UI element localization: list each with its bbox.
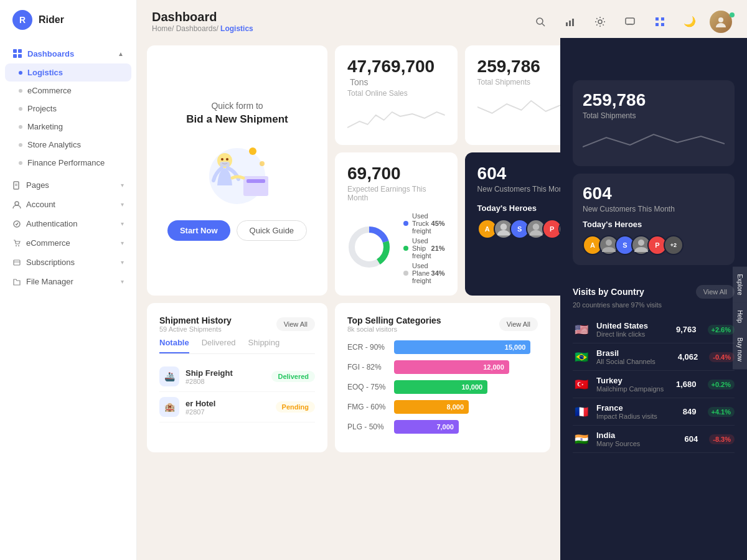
sidebar-item-pages[interactable]: Pages ▾ xyxy=(0,175,136,195)
bar-chart: ECR - 90% 15,000 FGI - 82% 12,000 xyxy=(347,340,538,434)
top-selling-header-left: Top Selling Categories 8k social visitor… xyxy=(347,315,441,333)
ship-icon-0: 🚢 xyxy=(159,366,179,386)
svg-rect-20 xyxy=(655,17,659,21)
dot xyxy=(19,161,22,165)
logo-circle: R xyxy=(12,10,32,30)
quick-guide-button[interactable]: Quick Guide xyxy=(237,220,308,241)
dashboards-header[interactable]: Dashboards ▲ xyxy=(0,44,136,63)
dot xyxy=(19,89,22,93)
dark-stat-number-customers: 604 xyxy=(583,184,725,203)
dark-stat-label-shipments: Total Shipments xyxy=(583,111,725,120)
sidebar-item-subscriptions[interactable]: Subscriptions ▾ xyxy=(0,253,136,272)
svg-point-31 xyxy=(221,158,223,161)
analytics-icon[interactable] xyxy=(560,12,580,32)
top-grid: Quick form to Bid a New Shipment xyxy=(147,45,550,296)
heroes-avatars: A S P xyxy=(477,219,560,239)
country-change-1: -0.4% xyxy=(709,352,735,362)
country-visits-1: 4,062 xyxy=(678,352,698,362)
country-source-4: Many Sources xyxy=(596,440,679,447)
hero-card: Quick form to Bid a New Shipment xyxy=(147,45,327,296)
svg-point-13 xyxy=(537,18,543,24)
ship-name-0: Ship Freight xyxy=(186,368,265,378)
help-button[interactable]: Help xyxy=(733,302,747,330)
svg-rect-19 xyxy=(626,18,634,24)
sidebar-item-account[interactable]: Account ▾ xyxy=(0,195,136,214)
shipment-item-1: 🏨 er Hotel #2807 Pending xyxy=(159,392,315,422)
sidebar-item-marketing[interactable]: Marketing xyxy=(0,118,136,136)
active-dot xyxy=(19,71,22,75)
svg-rect-22 xyxy=(655,23,659,26)
top-selling-view-all-button[interactable]: View All xyxy=(499,317,538,331)
sidebar-item-ecommerce-main[interactable]: eCommerce ▾ xyxy=(0,233,136,253)
stat-number-earnings: 69,700 xyxy=(347,164,401,183)
bar-item-2: EOQ - 75% 10,000 xyxy=(347,380,538,394)
buy-now-button[interactable]: Buy now xyxy=(733,330,747,369)
svg-rect-0 xyxy=(13,49,17,53)
country-flag-1: 🇧🇷 xyxy=(573,350,590,364)
bar-track-4: 7,000 xyxy=(394,420,538,434)
sidebar-item-ecommerce[interactable]: eCommerce xyxy=(0,82,136,100)
country-name-0: United States xyxy=(596,321,670,330)
sidebar-item-store-analytics[interactable]: Store Analytics xyxy=(0,136,136,154)
pages-icon xyxy=(12,181,21,190)
bar-item-1: FGI - 82% 12,000 xyxy=(347,360,538,374)
logo: R Rider xyxy=(0,0,136,40)
country-item-2: 🇹🇷 Turkey Mailchimp Campaigns 1,680 +0.2… xyxy=(573,371,735,398)
ship-name-1: er Hotel xyxy=(186,399,270,408)
right-panel-top: 259,786 Total Shipments 604 New Customer… xyxy=(560,38,747,285)
shipment-title: Shipment History xyxy=(159,315,232,325)
stat-number-customers: 604 xyxy=(477,164,507,183)
countries-title: Visits by Country xyxy=(573,287,644,297)
tab-notable[interactable]: Notable xyxy=(159,338,189,353)
svg-rect-2 xyxy=(13,54,17,58)
country-name-4: India xyxy=(596,431,679,440)
page-title: Dashboard xyxy=(152,10,253,24)
shipment-header-left: Shipment History 59 Active Shipments xyxy=(159,315,232,333)
legend-plane: Used Plane freight 34% xyxy=(403,262,445,284)
sidebar-item-file-manager[interactable]: File Manager ▾ xyxy=(0,272,136,291)
country-item-0: 🇺🇸 United States Direct link clicks 9,76… xyxy=(573,316,735,343)
countries-view-all-button[interactable]: View All xyxy=(696,285,735,299)
tab-shipping[interactable]: Shipping xyxy=(248,338,280,353)
tab-delivered[interactable]: Delivered xyxy=(202,338,236,353)
grid-icon[interactable] xyxy=(650,12,670,32)
sidebar-item-finance-performance[interactable]: Finance Performance xyxy=(0,154,136,172)
settings-icon[interactable] xyxy=(590,12,610,32)
dark-mode-icon[interactable]: 🌙 xyxy=(680,12,700,32)
svg-rect-33 xyxy=(220,162,230,167)
bar-label-2: EOQ - 75% xyxy=(347,383,388,391)
search-icon[interactable] xyxy=(530,12,550,32)
country-source-2: Mailchimp Campaigns xyxy=(596,385,670,393)
content-main: Quick form to Bid a New Shipment xyxy=(137,38,560,560)
stat-total-shipments: 259,786 Total Shipments xyxy=(465,45,560,145)
dark-avatar-group: A S P +2 xyxy=(583,235,725,255)
subscriptions-icon xyxy=(12,258,21,267)
bottom-grid: Shipment History 59 Active Shipments Vie… xyxy=(147,303,550,452)
sidebar-item-projects[interactable]: Projects xyxy=(0,100,136,118)
bar-fill-1: 12,000 xyxy=(394,360,509,374)
shipment-view-all-button[interactable]: View All xyxy=(276,317,315,331)
dashboards-icon xyxy=(12,49,22,58)
user-avatar[interactable] xyxy=(710,11,732,33)
country-info-1: Brasil All Social Channels xyxy=(596,348,672,365)
countries-subtitle: 20 countries share 97% visits xyxy=(573,301,735,309)
country-source-3: Impact Radius visits xyxy=(596,413,677,420)
header-left: Dashboard Home/ Dashboards/ Logistics xyxy=(152,10,253,33)
sidebar-item-authentication[interactable]: Authentication ▾ xyxy=(0,214,136,233)
auth-icon xyxy=(12,220,21,228)
sidebar-item-logistics[interactable]: Logistics xyxy=(5,63,131,82)
breadcrumb-active: Logistics xyxy=(220,24,253,33)
svg-point-7 xyxy=(15,202,19,205)
stat-label-shipments: Total Shipments xyxy=(477,78,560,86)
top-selling-subtitle: 8k social visitors xyxy=(347,325,441,333)
svg-rect-23 xyxy=(661,23,664,26)
freight-donut-container: Used Truck freight 45% Used Ship freight… xyxy=(347,210,445,284)
dark-stat-label-customers: New Customers This Month xyxy=(583,205,725,213)
country-item-4: 🇮🇳 India Many Sources 604 -8.3% xyxy=(573,426,735,453)
stats-grid: 47,769,700 Tons Total Online Sales xyxy=(335,45,550,296)
start-now-button[interactable]: Start Now xyxy=(167,220,230,241)
header-right: 🌙 xyxy=(530,11,732,33)
messages-icon[interactable] xyxy=(620,12,640,32)
explore-button[interactable]: Explore xyxy=(733,267,747,303)
bar-item-3: FMG - 60% 8,000 xyxy=(347,400,538,414)
